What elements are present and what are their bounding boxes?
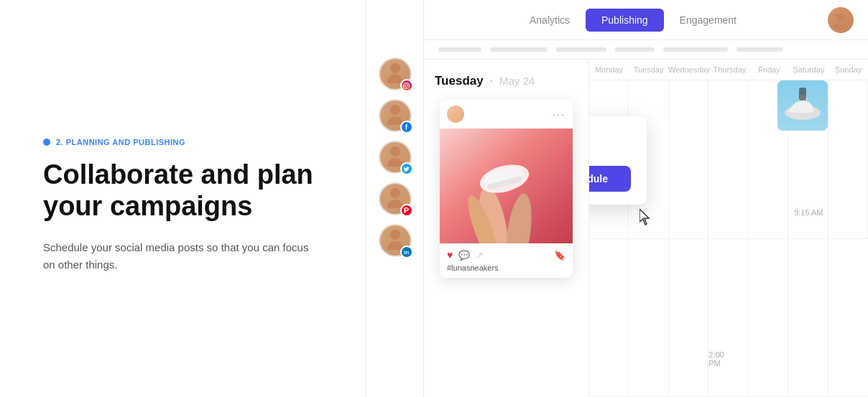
- filter-bar: [424, 40, 868, 60]
- filter-pill-1[interactable]: [438, 47, 481, 52]
- calendar-area: Tuesday · May 24 ···: [424, 60, 868, 397]
- social-avatar-twitter[interactable]: [379, 141, 412, 174]
- schedule-day: Tuesday: [589, 129, 631, 142]
- avatar-head: [390, 188, 400, 198]
- filter-pill-6[interactable]: [737, 47, 783, 52]
- svg-point-2: [407, 83, 408, 84]
- schedule-button[interactable]: Schedule: [589, 166, 631, 192]
- share-icon[interactable]: ↗: [476, 250, 484, 261]
- schedule-time: 10:00 AM: [589, 145, 631, 156]
- schedule-popup: Tuesday 10:00 AM Schedule: [589, 116, 647, 205]
- post-image: [440, 129, 573, 243]
- social-avatar-pinterest[interactable]: P: [379, 182, 412, 215]
- cal-cell-thu-1[interactable]: [708, 80, 748, 239]
- comment-icon[interactable]: 💬: [458, 250, 470, 261]
- post-avatar: [447, 106, 464, 123]
- tab-engagement[interactable]: Engagement: [664, 9, 752, 32]
- avatar-head: [390, 105, 400, 115]
- cal-header-saturday: Saturday: [789, 60, 828, 80]
- shoe-image: [777, 80, 828, 131]
- shoe-thumbnail: [777, 80, 828, 131]
- cal-cell-sun-2[interactable]: [828, 239, 868, 398]
- svg-rect-13: [799, 88, 806, 101]
- tab-analytics[interactable]: Analytics: [514, 9, 586, 32]
- step-label-text: 2. PLANNING AND PUBLISHING: [56, 138, 185, 146]
- post-actions: ♥ 💬 ↗ 🔖: [447, 249, 565, 261]
- cal-cell-tue-2[interactable]: [629, 239, 668, 398]
- right-panel: Analytics Publishing Engagement Tuesday …: [424, 0, 868, 397]
- cal-cell-mon-2[interactable]: [589, 239, 629, 398]
- cal-header-monday: Monday: [589, 60, 629, 80]
- avatar-head: [390, 146, 400, 157]
- facebook-badge: f: [400, 121, 413, 134]
- avatar-head: [390, 63, 400, 73]
- date-date: May 24: [499, 75, 535, 87]
- social-avatar-linkedin[interactable]: in: [379, 224, 412, 257]
- post-card-footer: ♥ 💬 ↗ 🔖 #lunasneakers: [440, 243, 573, 278]
- cal-cell-wed-2[interactable]: [669, 239, 708, 398]
- post-card: ···: [440, 100, 573, 278]
- date-header: Tuesday · May 24: [435, 74, 535, 88]
- top-nav: Analytics Publishing Engagement: [424, 0, 868, 40]
- date-separator: ·: [489, 74, 493, 88]
- filter-pill-2[interactable]: [490, 47, 548, 52]
- social-avatar-instagram[interactable]: [379, 57, 412, 90]
- social-avatar-facebook[interactable]: f: [379, 99, 412, 132]
- social-icons-column: f P in: [366, 0, 424, 397]
- filter-pill-5[interactable]: [663, 47, 728, 52]
- heading-line1: Collaborate and plan: [43, 159, 313, 190]
- cal-header-wednesday: Wednesday: [668, 60, 710, 80]
- linkedin-badge: in: [400, 246, 413, 258]
- filter-pill-3[interactable]: [556, 47, 606, 52]
- avatar-head: [390, 230, 400, 240]
- time-label-first: 9:15 AM: [794, 208, 823, 217]
- main-calendar: Monday Tuesday Wednesday Thursday Friday…: [589, 60, 868, 397]
- bookmark-icon[interactable]: 🔖: [554, 250, 565, 261]
- cal-cell-sat-1[interactable]: 9:15 AM: [788, 80, 828, 239]
- calendar-header: Monday Tuesday Wednesday Thursday Friday…: [589, 60, 868, 80]
- post-preview-sidebar: Tuesday · May 24 ···: [424, 60, 589, 397]
- cal-cell-fri-2[interactable]: [749, 239, 788, 398]
- svg-point-1: [405, 84, 408, 87]
- instagram-badge: [400, 79, 413, 92]
- cal-cell-sun-1[interactable]: [828, 80, 868, 239]
- twitter-badge: [400, 162, 413, 175]
- post-card-dots[interactable]: ···: [553, 108, 565, 120]
- cal-header-thursday: Thursday: [710, 60, 749, 80]
- post-card-header: ···: [440, 100, 573, 129]
- svg-point-3: [836, 13, 844, 21]
- pinterest-badge: P: [400, 204, 413, 217]
- date-day: Tuesday: [435, 74, 484, 88]
- cursor-icon: [640, 209, 654, 226]
- step-label: 2. PLANNING AND PUBLISHING: [43, 138, 330, 146]
- user-icon: [831, 10, 851, 30]
- filter-pill-4[interactable]: [615, 47, 655, 52]
- post-hashtag: #lunasneakers: [447, 263, 565, 272]
- time-label-second: 2:00 PM: [708, 350, 733, 368]
- cal-header-tuesday: Tuesday: [629, 60, 668, 80]
- user-avatar[interactable]: [828, 7, 854, 33]
- main-heading: Collaborate and plan your campaigns: [43, 159, 330, 222]
- cal-cell-tue-1[interactable]: Tuesday 10:00 AM Schedule: [629, 80, 668, 239]
- heading-line2: your campaigns: [43, 191, 252, 221]
- post-image-svg: [440, 129, 573, 243]
- calendar-body: Tuesday 10:00 AM Schedule: [589, 80, 868, 397]
- description-text: Schedule your social media posts so that…: [43, 239, 316, 274]
- cal-cell-thu-2[interactable]: 2:00 PM: [708, 239, 748, 398]
- tab-publishing[interactable]: Publishing: [586, 9, 664, 32]
- heart-icon[interactable]: ♥: [447, 249, 453, 261]
- nav-tabs: Analytics Publishing Engagement: [438, 9, 828, 32]
- cal-header-friday: Friday: [749, 60, 789, 80]
- step-dot: [43, 139, 50, 146]
- cal-header-sunday: Sunday: [828, 60, 868, 80]
- cal-cell-wed-1[interactable]: [669, 80, 708, 239]
- left-panel: 2. PLANNING AND PUBLISHING Collaborate a…: [0, 0, 366, 397]
- cal-cell-sat-2[interactable]: [788, 239, 828, 398]
